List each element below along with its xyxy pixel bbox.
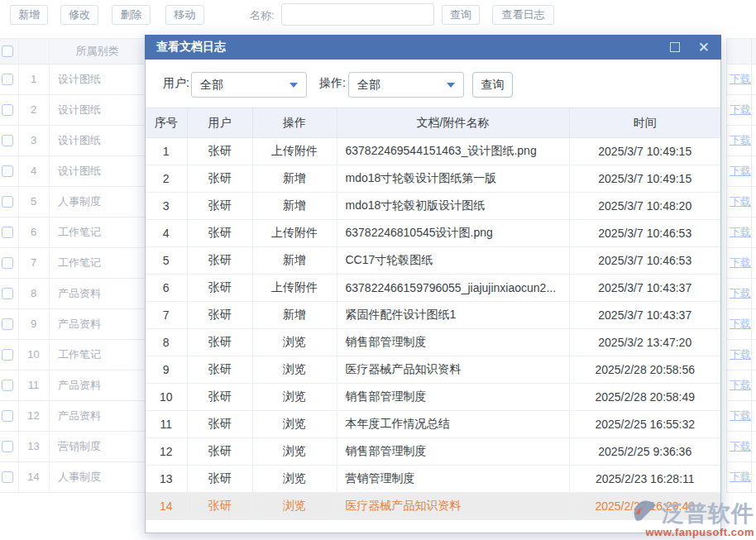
log-cell-operation: 浏览 [252, 411, 337, 438]
download-link[interactable]: 下载 [730, 432, 751, 461]
row-checkbox[interactable] [2, 196, 13, 208]
background-table-row[interactable]: 3设计图纸 [0, 126, 146, 156]
row-checkbox[interactable] [2, 441, 13, 452]
log-table-row[interactable]: 4张研上传附件63782246810545设计图.png2025/3/7 10:… [146, 220, 720, 247]
dialog-title: 查看文档日志 [156, 40, 226, 55]
log-table-row[interactable]: 3张研新增mdo18寸轮毂初版设计图纸2025/3/7 10:48:20 [146, 193, 720, 220]
log-cell-user: 张研 [187, 438, 252, 466]
user-filter-value: 全部 [200, 73, 223, 97]
log-cell-operation: 新增 [252, 302, 337, 329]
log-cell-user: 张研 [187, 329, 252, 356]
download-link[interactable]: 下载 [730, 217, 751, 247]
delete-button[interactable]: 删除 [112, 5, 151, 25]
log-column-header: 文档/附件名称 [337, 108, 569, 138]
download-link[interactable]: 下载 [730, 187, 751, 217]
row-checkbox[interactable] [2, 165, 13, 177]
log-column-header: 用户 [187, 108, 252, 138]
operation-filter-select[interactable]: 全部 [348, 72, 464, 98]
log-cell-user: 张研 [187, 384, 252, 411]
log-table-row[interactable]: 12张研浏览销售部管理制度2025/2/25 9:36:36 [146, 438, 720, 466]
download-link[interactable]: 下载 [730, 370, 751, 400]
log-table-row[interactable]: 8张研浏览销售部管理制度2025/3/2 13:47:20 [146, 329, 720, 356]
fanpu-watermark: 泛普软件 www.fanpusoft.com [634, 499, 754, 538]
log-column-header: 序号 [146, 108, 187, 138]
background-table-row[interactable]: 2设计图纸 [0, 95, 146, 126]
background-table-row[interactable]: 11产品资料 [0, 370, 146, 401]
row-checkbox[interactable] [2, 318, 13, 330]
log-cell-operation: 浏览 [252, 384, 337, 411]
log-table-row[interactable]: 2张研新增mdo18寸轮毂设计图纸第一版2025/3/7 10:49:15 [146, 165, 720, 193]
row-checkbox[interactable] [2, 380, 13, 391]
background-table-row[interactable]: 10工作笔记 [0, 340, 146, 370]
log-cell-user: 张研 [187, 220, 252, 247]
log-cell-time: 2025/3/2 13:47:20 [569, 329, 720, 356]
background-table-row[interactable]: 8产品资料 [0, 279, 146, 309]
background-table-row[interactable]: 6工作笔记 [0, 217, 146, 248]
maximize-icon[interactable] [670, 42, 680, 52]
log-cell-name: 销售部管理制度 [337, 329, 569, 356]
log-table-row[interactable]: 10张研浏览销售部管理制度2025/2/28 20:58:49 [146, 384, 720, 411]
log-table-row[interactable]: 5张研新增CC17寸轮毂图纸2025/3/7 10:46:53 [146, 247, 720, 275]
log-table-row[interactable]: 7张研新增紧固件配件设计图纸12025/3/7 10:43:37 [146, 302, 720, 329]
query-button[interactable]: 查询 [442, 5, 480, 25]
row-index: 9 [18, 309, 49, 339]
edit-button[interactable]: 修改 [60, 5, 98, 25]
move-button[interactable]: 移动 [165, 5, 204, 25]
background-table-row[interactable]: 5人事制度 [0, 187, 146, 217]
download-link[interactable]: 下载 [730, 462, 751, 492]
log-cell-name: CC17寸轮毂图纸 [337, 247, 569, 275]
log-query-button[interactable]: 查询 [472, 72, 513, 98]
row-checkbox[interactable] [2, 349, 13, 361]
background-table-row[interactable]: 13营销制度 [0, 432, 146, 462]
user-filter-select[interactable]: 全部 [191, 72, 307, 98]
background-table-row[interactable]: 7工作笔记 [0, 248, 146, 279]
log-cell-operation: 浏览 [252, 329, 337, 356]
log-table-row[interactable]: 9张研浏览医疗器械产品知识资料2025/2/28 20:58:56 [146, 356, 720, 384]
row-checkbox[interactable] [2, 257, 13, 269]
chevron-down-icon [289, 83, 298, 88]
log-cell-index: 13 [146, 466, 187, 493]
download-link[interactable]: 下载 [730, 126, 751, 155]
background-table-row[interactable]: 1设计图纸 [0, 65, 146, 95]
download-link[interactable]: 下载 [730, 248, 751, 278]
log-table: 序号用户操作文档/附件名称时间 1张研上传附件63782246954415146… [146, 108, 720, 520]
dialog-titlebar[interactable]: 查看文档日志 ✕ [145, 35, 721, 60]
log-table-row[interactable]: 6张研上传附件637822466159796055_jiajujinxiaocu… [146, 275, 720, 302]
download-link[interactable]: 下载 [730, 340, 751, 370]
close-icon[interactable]: ✕ [698, 41, 710, 55]
download-link[interactable]: 下载 [730, 401, 751, 431]
row-checkbox[interactable] [2, 104, 13, 116]
log-table-row[interactable]: 11张研浏览本年度工作情况总结2025/2/25 16:55:32 [146, 411, 720, 438]
background-table-row[interactable]: 9产品资料 [0, 309, 146, 340]
view-log-button[interactable]: 查看日志 [492, 5, 554, 25]
row-checkbox[interactable] [2, 288, 13, 299]
name-input[interactable] [281, 3, 434, 26]
row-category: 产品资料 [58, 401, 101, 431]
select-all-checkbox[interactable] [2, 45, 13, 57]
log-cell-name: mdo18寸轮毂初版设计图纸 [337, 193, 569, 220]
row-checkbox[interactable] [2, 410, 13, 422]
log-cell-time: 2025/2/25 9:36:36 [569, 438, 720, 466]
background-table-row[interactable]: 4设计图纸 [0, 156, 146, 187]
background-table-row[interactable]: 12产品资料 [0, 401, 146, 432]
log-cell-user: 张研 [187, 165, 252, 193]
log-table-row[interactable]: 13张研浏览营销管理制度2025/2/23 16:28:11 [146, 466, 720, 493]
log-cell-name: 637822466159796055_jiajujinxiaocun2... [337, 275, 569, 302]
download-link[interactable]: 下载 [730, 309, 751, 339]
log-table-row[interactable]: 1张研上传附件637822469544151463_设计图纸.png2025/3… [146, 138, 720, 165]
log-cell-name: mdo18寸轮毂设计图纸第一版 [337, 165, 569, 193]
download-link[interactable]: 下载 [730, 65, 751, 94]
row-checkbox[interactable] [2, 227, 13, 238]
row-checkbox[interactable] [2, 74, 13, 85]
download-link[interactable]: 下载 [730, 279, 751, 308]
log-cell-index: 1 [146, 138, 187, 165]
category-column-header: 所属别类 [49, 39, 146, 64]
add-button[interactable]: 新增 [10, 5, 48, 25]
download-link[interactable]: 下载 [730, 156, 751, 186]
background-table-row[interactable]: 14人事制度 [0, 462, 146, 493]
download-link[interactable]: 下载 [730, 95, 751, 125]
log-cell-user: 张研 [187, 247, 252, 275]
row-checkbox[interactable] [2, 135, 13, 146]
row-checkbox[interactable] [2, 471, 13, 483]
log-cell-time: 2025/2/28 20:58:56 [569, 356, 720, 384]
